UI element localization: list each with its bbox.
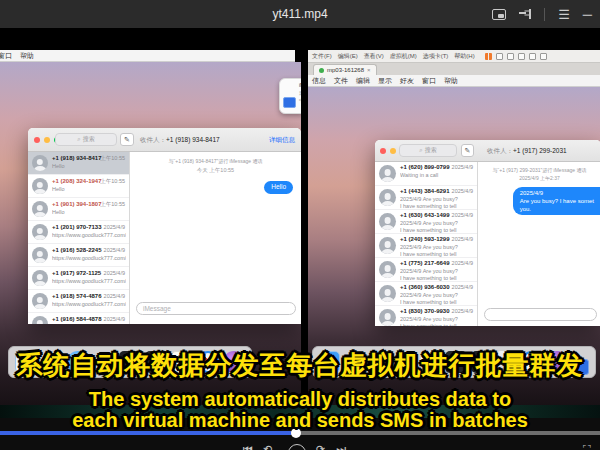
compose-icon: ✎: [465, 147, 471, 155]
minimize-icon: [390, 148, 396, 154]
close-icon: [34, 137, 40, 143]
player-controls[interactable]: ⏮ ⟲ ⟳ ⏭ ⛶: [0, 442, 600, 450]
compose-button: ✎: [120, 133, 134, 146]
vm-tab: mp03-161268 ×: [313, 64, 377, 75]
avatar: [32, 224, 48, 240]
message-preview: https://www.goodluck777.com/: [52, 301, 126, 311]
message-preview: Waiting in a call: [400, 172, 460, 185]
forward-10-icon[interactable]: ⟳: [316, 443, 325, 450]
avatar: [379, 261, 396, 278]
back-10-icon[interactable]: ⟲: [263, 443, 272, 450]
intro-line1: 与“+1 (917) 299-2031”进行 iMessage 通话: [478, 167, 600, 175]
conversation-time: 上午10:55: [100, 178, 125, 185]
toolbar-icon: [507, 53, 514, 60]
contact-number: +1 (201) 970-7133: [52, 224, 102, 230]
message-preview: Hello: [52, 186, 126, 196]
bubble-line3: you.: [520, 205, 594, 213]
conversation-intro: 与“+1 (918) 934-8417”进行 iMessage 通话 今天 上午…: [130, 158, 301, 174]
contact-number: +1 (630) 643-1499: [400, 212, 450, 218]
notification-title: iMac: [299, 82, 301, 90]
subtitle-english-line2: each virtual machine and sends SMS in ba…: [0, 409, 600, 432]
message-preview: Hello: [52, 163, 126, 173]
avatar: [379, 213, 396, 230]
conversation-time: 2025/4/9: [452, 236, 473, 242]
contact-number: +1 (443) 384-6291: [400, 188, 450, 194]
avatar: [32, 293, 48, 309]
pin-to-top-icon[interactable]: [519, 8, 531, 20]
host-menu-item: 虚拟机(M): [390, 52, 417, 61]
toolbar-icon: [540, 53, 547, 60]
recipient-field: 收件人：+1 (918) 934-8417: [140, 136, 220, 145]
avatar: [379, 309, 396, 326]
conversation-list-item: +1 (208) 324-1947 Hello 上午10:55: [28, 175, 129, 198]
window-toolbar: ⌕ 搜索 ✎ 收件人：+1 (918) 934-8417 详细信息: [28, 128, 301, 152]
message-preview: 2025/4/9 Are you busy? I have something …: [400, 244, 460, 257]
menu-item: 编辑: [356, 76, 370, 86]
mini-player-icon[interactable]: [492, 9, 506, 20]
bubble-line2: Are you busy? I have somet: [520, 197, 594, 205]
message-preview: 2025/4/9 Are you busy? I have something …: [400, 220, 460, 233]
minimize-icon[interactable]: ─: [583, 8, 592, 21]
recipient-label: 收件人：: [140, 136, 166, 143]
message-preview: https://www.goodluck777.com/: [52, 255, 126, 265]
search-placeholder: 搜索: [425, 146, 437, 155]
contact-number: +1 (360) 936-6030: [400, 284, 450, 290]
menu-item: 文件: [334, 76, 348, 86]
menu-item: 显示: [378, 76, 392, 86]
conversation-time: 2025/4/9: [452, 260, 473, 266]
subtitle-english-line1: The system automatically distributes dat…: [0, 388, 600, 411]
imessage-input: [484, 308, 597, 321]
contact-number: +1 (918) 934-8417: [52, 155, 102, 161]
conversation-list-item: +1 (830) 370-9930 2025/4/9 Are you busy?…: [375, 306, 477, 326]
right-messages-window: ⌕ 搜索 ✎ 收件人：+1 (917) 299-2031: [375, 140, 600, 326]
video-player-window: yt411.mp4 ☰ ─ 窗口帮助 iMac 现在 中显: [0, 0, 600, 450]
notification-line: 中显: [299, 97, 301, 105]
left-conversation-pane: 与“+1 (918) 934-8417”进行 iMessage 通话 今天 上午…: [130, 152, 301, 324]
conversation-time: 2025/4/9: [452, 308, 473, 314]
avatar: [32, 316, 48, 324]
conversation-list-item: +1 (916) 584-4878 https://www.goodluck77…: [28, 313, 129, 324]
recipient-field: 收件人：+1 (917) 299-2031: [487, 147, 567, 156]
search-input: ⌕ 搜索: [399, 144, 457, 157]
conversation-time: 2025/4/9: [104, 316, 125, 322]
search-input: ⌕ 搜索: [55, 133, 117, 146]
close-icon: [380, 148, 386, 154]
intro-line2: 今天 上午10:55: [130, 166, 301, 174]
intro-line2: 2025/4/9 上午2:37: [478, 175, 600, 183]
conversation-time: 2025/4/9: [452, 212, 473, 218]
menu-item: 好友: [400, 76, 414, 86]
conversation-time: 2025/4/9: [104, 247, 125, 253]
contact-number: +1 (620) 899-0799: [400, 164, 450, 170]
contact-number: +1 (916) 584-4878: [52, 316, 102, 322]
contact-number: +1 (917) 972-1125: [52, 270, 101, 276]
video-frame[interactable]: 窗口帮助 iMac 现在 中显: [0, 28, 600, 450]
fullscreen-icon[interactable]: ⛶: [583, 443, 591, 450]
sent-message-bubble: 2025/4/9 Are you busy? I have somet you.: [513, 187, 600, 215]
avatar: [32, 201, 48, 217]
conversation-time: 2025/4/9: [104, 293, 125, 299]
next-icon[interactable]: ⏭: [336, 443, 346, 450]
search-icon: ⌕: [77, 136, 80, 143]
menu-icon[interactable]: ☰: [558, 8, 570, 21]
vm-tabstrip: mp03-161268 ×: [308, 63, 600, 75]
search-icon: ⌕: [419, 147, 422, 154]
toolbar-icon: [496, 53, 503, 60]
avatar: [32, 155, 48, 171]
rewind-icon[interactable]: ⏮: [243, 443, 253, 450]
contact-number: +1 (208) 324-1947: [52, 178, 102, 184]
contact-number: +1 (901) 394-1807: [52, 201, 102, 207]
menu-item: 窗口: [0, 51, 12, 61]
imessage-input: iMessage: [136, 302, 296, 315]
message-preview: https://www.goodluck777.com/: [52, 278, 126, 288]
compose-button: ✎: [461, 144, 474, 157]
conversation-time: 2025/4/9: [104, 224, 125, 230]
avatar: [379, 165, 396, 182]
conversation-list-item: +1 (775) 217-6649 2025/4/9 Are you busy?…: [375, 258, 477, 282]
host-menu-item: 编辑(E): [338, 52, 358, 61]
window-toolbar: ⌕ 搜索 ✎ 收件人：+1 (917) 299-2031: [375, 140, 600, 162]
contact-number: +1 (240) 593-1299: [400, 236, 450, 242]
display-icon: [283, 97, 296, 108]
tab-close-icon: ×: [367, 67, 371, 73]
conversation-time: 2025/4/9: [452, 164, 473, 170]
play-button[interactable]: [288, 444, 306, 450]
